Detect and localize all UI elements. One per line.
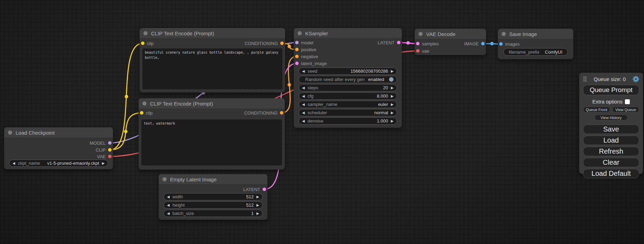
save-button[interactable]: Save: [583, 125, 639, 134]
clear-button[interactable]: Clear: [583, 158, 639, 167]
negative-input-dot[interactable]: [295, 55, 299, 58]
increment-arrow-icon[interactable]: ▶: [391, 103, 394, 106]
random-seed-widget[interactable]: Random seed after every gen enabled: [299, 76, 397, 83]
output-slot-vae[interactable]: VAE: [97, 154, 112, 159]
input-slot-clip[interactable]: clip: [141, 40, 154, 46]
drag-handle-icon[interactable]: [583, 76, 587, 82]
decrement-arrow-icon[interactable]: ◀: [302, 70, 305, 73]
prompt-textarea[interactable]: beautiful scenery nature glass bottle la…: [142, 48, 282, 89]
node-title-bar[interactable]: Empty Latent Image: [159, 174, 267, 185]
node-clip-text-encode-negative[interactable]: CLIP Text Encode (Prompt) clip CONDITION…: [139, 98, 285, 170]
input-slot-vae[interactable]: vae: [416, 48, 429, 54]
sampler-name-widget[interactable]: ◀ sampler_name euler ▶: [299, 101, 397, 108]
node-title-bar[interactable]: Save Image: [498, 29, 573, 39]
output-slot-clip[interactable]: CLIP: [96, 147, 112, 153]
collapse-dot-icon[interactable]: [143, 31, 148, 35]
node-title-bar[interactable]: VAE Decode: [415, 29, 486, 39]
load-button[interactable]: Load: [583, 136, 639, 145]
output-slot-image[interactable]: IMAGE: [464, 41, 485, 46]
collapse-dot-icon[interactable]: [8, 130, 12, 135]
decrement-arrow-icon[interactable]: ◀: [12, 162, 15, 165]
images-input-dot[interactable]: [499, 42, 503, 46]
output-slot-model[interactable]: MODEL: [90, 140, 112, 146]
node-empty-latent-image[interactable]: Empty Latent Image LATENT ◀ width 512 ▶ …: [159, 174, 267, 220]
cfg-widget[interactable]: ◀ cfg 8.000 ▶: [299, 92, 397, 100]
decrement-arrow-icon[interactable]: ◀: [302, 119, 305, 123]
scheduler-widget[interactable]: ◀ scheduler normal ▶: [299, 109, 397, 116]
image-output-dot[interactable]: [481, 42, 485, 45]
output-slot-conditioning[interactable]: CONDITIONING: [244, 110, 283, 116]
node-save-image[interactable]: Save Image images filename_prefix ComfyU…: [498, 29, 573, 59]
vae-input-dot[interactable]: [416, 49, 420, 53]
input-slot-negative[interactable]: negative: [295, 54, 318, 59]
seed-widget[interactable]: ◀ seed 156680208700286 ▶: [299, 67, 397, 75]
decrement-arrow-icon[interactable]: ◀: [302, 103, 305, 106]
extra-options-checkbox[interactable]: [625, 99, 630, 104]
view-queue-button[interactable]: View Queue: [612, 107, 639, 112]
increment-arrow-icon[interactable]: ▶: [102, 162, 105, 165]
positive-input-dot[interactable]: [295, 48, 299, 51]
model-output-dot[interactable]: [108, 141, 112, 145]
toggle-circle-icon[interactable]: [389, 77, 394, 82]
latent-image-input-dot[interactable]: [295, 62, 299, 65]
height-widget[interactable]: ◀ height 512 ▶: [164, 201, 263, 209]
input-slot-images[interactable]: images: [499, 41, 520, 47]
decrement-arrow-icon[interactable]: ◀: [167, 204, 170, 207]
conditioning-output-dot[interactable]: [280, 111, 283, 115]
node-title-bar[interactable]: KSampler: [294, 28, 402, 39]
increment-arrow-icon[interactable]: ▶: [391, 86, 394, 90]
ckpt-name-widget[interactable]: ◀ ckpt_name v1-5-pruned-emaonly.ckpt ▶: [9, 160, 108, 167]
filename-prefix-widget[interactable]: filename_prefix ComfyUI: [503, 48, 568, 56]
increment-arrow-icon[interactable]: ▶: [256, 204, 259, 207]
collapse-dot-icon[interactable]: [142, 101, 147, 106]
settings-gear-icon[interactable]: [633, 76, 639, 82]
output-slot-conditioning[interactable]: CONDITIONING: [245, 40, 284, 46]
node-title-bar[interactable]: CLIP Text Encode (Prompt): [140, 28, 285, 39]
node-clip-text-encode-positive[interactable]: CLIP Text Encode (Prompt) clip CONDITION…: [140, 28, 285, 92]
node-load-checkpoint[interactable]: Load Checkpoint MODEL CLIP VAE ◀ ckpt_na…: [4, 127, 113, 169]
input-slot-samples[interactable]: samples: [416, 41, 439, 46]
load-default-button[interactable]: Load Default: [583, 169, 639, 178]
view-history-button[interactable]: View History: [594, 115, 628, 120]
clip-input-dot[interactable]: [140, 111, 143, 115]
output-slot-latent[interactable]: LATENT: [243, 187, 266, 192]
input-slot-positive[interactable]: positive: [295, 47, 316, 52]
increment-arrow-icon[interactable]: ▶: [256, 195, 259, 199]
collapse-dot-icon[interactable]: [162, 177, 167, 181]
collapse-dot-icon[interactable]: [502, 32, 506, 36]
queue-front-button[interactable]: Queue Front: [583, 107, 610, 112]
collapse-dot-icon[interactable]: [418, 32, 423, 36]
vae-output-dot[interactable]: [108, 155, 112, 158]
node-ksampler[interactable]: KSampler model positive negative latent_…: [294, 28, 402, 128]
latent-output-dot[interactable]: [263, 188, 266, 191]
node-vae-decode[interactable]: VAE Decode samples vae IMAGE: [415, 29, 486, 55]
output-slot-latent[interactable]: LATENT: [378, 40, 400, 45]
node-title-bar[interactable]: Load Checkpoint: [4, 127, 113, 138]
model-input-dot[interactable]: [295, 41, 299, 44]
increment-arrow-icon[interactable]: ▶: [391, 111, 394, 115]
denoise-widget[interactable]: ◀ denoise 1.000 ▶: [299, 117, 397, 125]
input-slot-model[interactable]: model: [295, 40, 313, 45]
clip-input-dot[interactable]: [141, 42, 144, 45]
clip-output-dot[interactable]: [108, 148, 112, 152]
refresh-button[interactable]: Refresh: [583, 147, 639, 156]
increment-arrow-icon[interactable]: ▶: [391, 94, 394, 98]
input-slot-clip[interactable]: clip: [140, 110, 153, 116]
latent-output-dot[interactable]: [397, 41, 400, 44]
decrement-arrow-icon[interactable]: ◀: [167, 212, 170, 215]
queue-prompt-button[interactable]: Queue Prompt: [583, 85, 639, 95]
conditioning-output-dot[interactable]: [280, 42, 284, 45]
increment-arrow-icon[interactable]: ▶: [391, 119, 394, 123]
decrement-arrow-icon[interactable]: ◀: [302, 94, 305, 98]
increment-arrow-icon[interactable]: ▶: [391, 70, 394, 73]
samples-input-dot[interactable]: [416, 42, 420, 45]
increment-arrow-icon[interactable]: ▶: [256, 212, 259, 215]
decrement-arrow-icon[interactable]: ◀: [167, 195, 170, 199]
collapse-dot-icon[interactable]: [298, 31, 302, 35]
input-slot-latent-image[interactable]: latent_image: [295, 61, 327, 66]
batch-size-widget[interactable]: ◀ batch_size 1 ▶: [164, 210, 263, 217]
node-graph-canvas[interactable]: Load Checkpoint MODEL CLIP VAE ◀ ckpt_na…: [0, 0, 644, 244]
width-widget[interactable]: ◀ width 512 ▶: [164, 193, 263, 200]
node-title-bar[interactable]: CLIP Text Encode (Prompt): [139, 98, 285, 109]
prompt-textarea[interactable]: text, watermark: [141, 119, 282, 165]
